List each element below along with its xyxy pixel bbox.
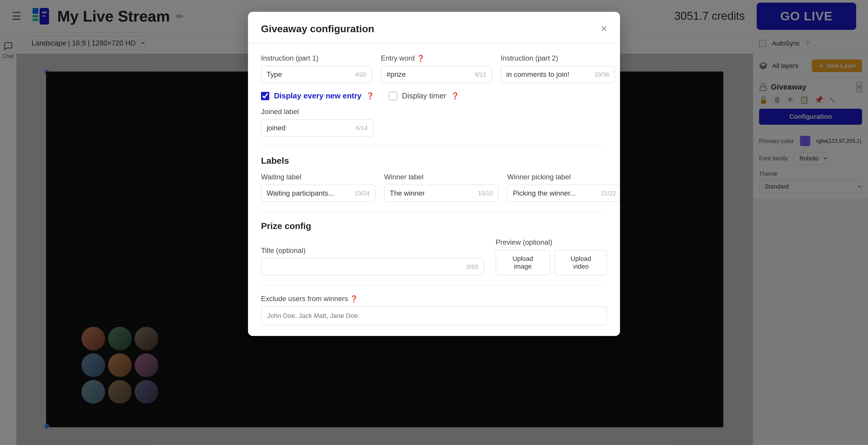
winner-picking-group: Winner picking label 21/22: [507, 173, 620, 202]
waiting-label-count: 23/24: [355, 190, 370, 197]
joined-label-input[interactable]: [267, 124, 356, 132]
prize-config-row: Title (optional) 0/93 Preview (optional)…: [261, 238, 607, 275]
preview-optional-label: Preview (optional): [496, 238, 607, 246]
modal-header: Giveaway configuration ×: [248, 12, 620, 43]
instruction2-group: Instruction (part 2) 20/36: [501, 54, 615, 83]
display-timer-label: Display timer: [402, 91, 446, 100]
instruction2-count: 20/36: [595, 71, 609, 78]
winner-label-input[interactable]: [390, 189, 478, 197]
prize-config-title: Prize config: [261, 221, 607, 231]
display-every-new-entry-row: Display every new entry ❓: [261, 91, 374, 100]
instruction2-label: Instruction (part 2): [501, 54, 615, 62]
instruction1-group: Instruction (part 1) 4/20: [261, 54, 372, 83]
instruction2-input-wrap: 20/36: [501, 66, 615, 83]
winner-picking-input[interactable]: [513, 189, 601, 197]
winner-picking-count: 21/22: [601, 190, 616, 197]
divider-1: [261, 146, 607, 146]
labels-section-title: Labels: [261, 156, 607, 166]
instruction1-count: 4/20: [355, 71, 366, 78]
title-optional-input-wrap: 0/93: [261, 258, 484, 275]
winner-picking-label: Winner picking label: [507, 173, 620, 181]
waiting-label-input-wrap: 23/24: [261, 185, 375, 202]
display-every-new-entry-label: Display every new entry: [274, 91, 361, 100]
divider-2: [261, 211, 607, 212]
upload-video-button[interactable]: Upload video: [555, 250, 607, 275]
display-timer-help-icon[interactable]: ❓: [451, 92, 459, 100]
entry-word-input[interactable]: [386, 70, 475, 79]
modal-title: Giveaway configuration: [261, 23, 374, 35]
display-every-new-entry-checkbox[interactable]: [261, 92, 269, 100]
winner-label-label: Winner label: [384, 173, 498, 181]
modal-close-button[interactable]: ×: [601, 23, 607, 35]
giveaway-config-modal: Giveaway configuration × Instruction (pa…: [248, 12, 620, 336]
waiting-label-label: Waiting label: [261, 173, 375, 181]
display-timer-row: Display timer ❓: [389, 91, 459, 100]
upload-buttons-row: Upload image Upload video: [496, 250, 607, 275]
instruction-row: Instruction (part 1) 4/20 Entry word ❓ 6…: [261, 54, 607, 83]
exclude-users-input[interactable]: [261, 306, 607, 325]
winner-label-input-wrap: 10/10: [384, 185, 498, 202]
instruction1-label: Instruction (part 1): [261, 54, 372, 62]
entry-word-input-wrap: 6/11: [381, 66, 492, 83]
winner-label-count: 10/10: [478, 190, 493, 197]
joined-label-input-wrap: 6/14: [261, 119, 373, 137]
divider-3: [261, 285, 607, 285]
joined-label-count: 6/14: [356, 125, 368, 131]
title-optional-input[interactable]: [267, 263, 467, 271]
title-optional-count: 0/93: [467, 264, 478, 270]
waiting-label-input[interactable]: [267, 189, 355, 197]
entry-word-label: Entry word ❓: [381, 54, 492, 62]
preview-optional-group: Preview (optional) Upload image Upload v…: [496, 238, 607, 275]
title-optional-label: Title (optional): [261, 246, 484, 255]
modal-body: Instruction (part 1) 4/20 Entry word ❓ 6…: [248, 43, 620, 336]
upload-image-button[interactable]: Upload image: [496, 250, 550, 275]
display-timer-checkbox[interactable]: [389, 92, 397, 100]
modal-overlay: Giveaway configuration × Instruction (pa…: [0, 0, 868, 445]
exclude-users-label: Exclude users from winners ❓: [261, 295, 607, 303]
display-every-help-icon[interactable]: ❓: [366, 92, 374, 100]
joined-label-label: Joined label: [261, 108, 373, 116]
joined-label-group: Joined label 6/14: [261, 108, 373, 137]
entry-word-count: 6/11: [475, 71, 486, 78]
exclude-users-group: Exclude users from winners ❓: [261, 295, 607, 325]
title-optional-group: Title (optional) 0/93: [261, 246, 484, 275]
exclude-users-help-icon[interactable]: ❓: [350, 295, 358, 303]
entry-word-group: Entry word ❓ 6/11: [381, 54, 492, 83]
instruction2-input[interactable]: [506, 70, 595, 79]
entry-word-help-icon[interactable]: ❓: [416, 55, 425, 62]
winner-picking-input-wrap: 21/22: [507, 185, 620, 202]
instruction1-input[interactable]: [267, 70, 355, 79]
checkboxes-row: Display every new entry ❓ Display timer …: [261, 91, 607, 100]
winner-label-group: Winner label 10/10: [384, 173, 498, 202]
labels-row: Waiting label 23/24 Winner label 10/10 W…: [261, 173, 607, 202]
waiting-label-group: Waiting label 23/24: [261, 173, 375, 202]
instruction1-input-wrap: 4/20: [261, 66, 372, 83]
